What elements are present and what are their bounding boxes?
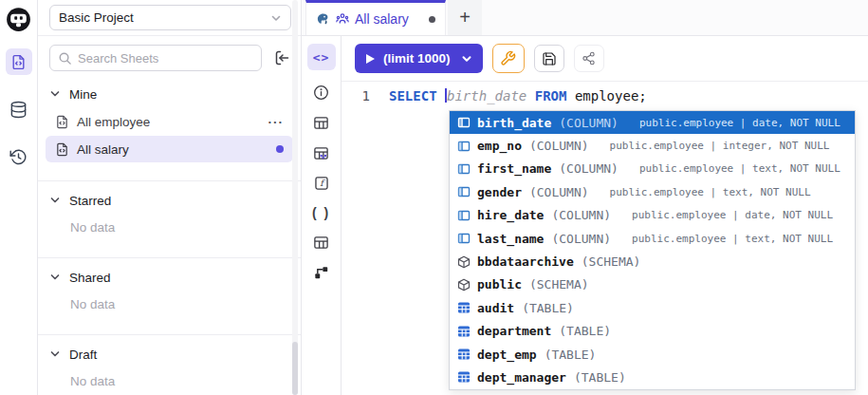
section-mine: Mine All employee ··· — [38, 81, 301, 173]
autocomplete-item[interactable]: bbdataarchive(SCHEMA) — [450, 250, 855, 273]
empty-placeholder: No data — [38, 367, 301, 394]
sheets-tree: Mine All employee ··· — [38, 81, 301, 394]
save-sheet-button[interactable] — [534, 45, 564, 72]
schema-icon — [457, 255, 471, 269]
search-sheets-input[interactable] — [78, 51, 253, 66]
column-icon — [457, 162, 471, 176]
section-starred-header[interactable]: Starred — [38, 187, 301, 214]
item-name: dept_manager — [477, 370, 566, 385]
table-grid-icon[interactable] — [313, 115, 329, 131]
autocomplete-item[interactable]: emp_no(COLUMN)public.employee | integer,… — [450, 134, 855, 157]
item-name: emp_no — [477, 139, 522, 153]
chevron-down-icon[interactable] — [461, 53, 472, 65]
function-icon[interactable]: f — [314, 176, 329, 191]
item-kind: (COLUMN) — [551, 208, 611, 222]
tab-all-salary[interactable]: All salary — [305, 0, 446, 35]
people-group-icon — [336, 12, 349, 26]
item-kind: (SCHEMA) — [582, 254, 641, 269]
ghost-suggestion: birth_date — [447, 88, 526, 103]
format-sql-button[interactable] — [492, 44, 525, 73]
item-name: audit — [477, 301, 514, 315]
left-rail — [0, 0, 38, 395]
autocomplete-item[interactable]: department(TABLE) — [450, 320, 855, 343]
panel-scrollbar[interactable] — [292, 0, 298, 395]
sql-text: employee; — [575, 88, 647, 103]
table-icon — [457, 348, 471, 361]
item-kind: (COLUMN) — [529, 139, 589, 153]
editor-column: (limit 1000) — [342, 36, 868, 395]
search-row — [38, 36, 301, 79]
table-data-icon[interactable] — [313, 145, 329, 161]
sheet-code-icon — [55, 115, 69, 129]
tab-bar: All salary + — [302, 0, 868, 36]
item-name: last_name — [477, 232, 544, 246]
autocomplete-item[interactable]: first_name(COLUMN)public.employee | text… — [450, 158, 855, 180]
item-kind: (COLUMN) — [559, 116, 619, 130]
autocomplete-item[interactable]: dept_emp(TABLE) — [450, 343, 855, 366]
chevron-down-icon — [49, 88, 61, 100]
autocomplete-item[interactable]: audit(TABLE) — [450, 296, 855, 319]
item-detail: public.employee | date, NOT NULL — [639, 117, 840, 129]
item-name: bbdataarchive — [477, 254, 574, 269]
info-icon[interactable] — [313, 85, 329, 101]
history-icon — [9, 148, 28, 166]
search-icon — [58, 51, 72, 66]
column-icon — [457, 209, 471, 222]
item-name: gender — [477, 185, 522, 199]
autocomplete-popup: birth_date(COLUMN)public.employee | date… — [449, 110, 856, 390]
parentheses-icon[interactable]: ( ) — [312, 205, 330, 220]
section-label: Draft — [69, 348, 97, 362]
autocomplete-item[interactable]: birth_date(COLUMN)public.employee | date… — [450, 111, 855, 134]
main-body: <> f ( ) — [302, 36, 868, 395]
project-select-value: Basic Project — [59, 10, 134, 25]
section-draft-header[interactable]: Draft — [38, 341, 301, 367]
chevron-down-icon — [49, 272, 61, 283]
sheet-item-menu[interactable]: ··· — [268, 115, 285, 129]
item-kind: (TABLE) — [559, 324, 611, 338]
autocomplete-item[interactable]: gender(COLUMN)public.employee | text, NO… — [450, 180, 855, 203]
share-sheet-button[interactable] — [574, 45, 604, 72]
column-icon — [457, 140, 471, 153]
section-label: Starred — [69, 194, 111, 208]
sheet-item-all-salary[interactable]: All salary — [46, 136, 293, 162]
section-shared-header[interactable]: Shared — [38, 264, 301, 291]
sql-code-editor[interactable]: 1SELECT birth_date FROM employee; birth_… — [342, 82, 868, 395]
section-starred: Starred No data — [38, 180, 301, 250]
import-sheet-icon — [273, 49, 290, 66]
code-view-button[interactable]: <> — [307, 44, 336, 70]
item-name: hire_date — [477, 208, 544, 222]
import-sheet-button[interactable] — [270, 47, 293, 69]
sheet-item-all-employee[interactable]: All employee ··· — [46, 108, 293, 135]
tab-label: All salary — [355, 11, 409, 27]
postgres-icon — [316, 12, 330, 27]
run-query-button[interactable]: (limit 1000) — [355, 44, 483, 73]
section-mine-header[interactable]: Mine — [38, 81, 301, 107]
databases-nav-button[interactable] — [6, 96, 32, 122]
autocomplete-item[interactable]: last_name(COLUMN)public.employee | text,… — [450, 227, 855, 250]
item-detail: public.employee | text, NOT NULL — [610, 186, 811, 198]
autocomplete-item[interactable]: public(SCHEMA) — [450, 273, 855, 296]
chevron-down-icon — [270, 12, 282, 24]
sheet-code-icon — [55, 142, 69, 157]
item-kind: (COLUMN) — [559, 161, 619, 176]
bytebase-logo[interactable] — [6, 7, 31, 32]
sql-keyword: FROM — [535, 88, 567, 103]
table-icon — [457, 325, 471, 338]
autocomplete-item[interactable]: dept_manager(TABLE) — [450, 366, 855, 388]
autocomplete-item[interactable]: hire_date(COLUMN)public.employee | date,… — [450, 204, 855, 227]
schema-diagram-icon[interactable] — [314, 265, 329, 280]
new-tab-button[interactable]: + — [448, 0, 482, 35]
section-label: Mine — [69, 87, 97, 102]
project-select[interactable]: Basic Project — [49, 5, 291, 30]
item-kind: (COLUMN) — [529, 185, 589, 199]
search-box[interactable] — [49, 45, 262, 71]
history-nav-button[interactable] — [6, 143, 32, 170]
table-grid-icon[interactable] — [313, 235, 329, 251]
editor-icon-strip: <> f ( ) — [302, 36, 342, 395]
table-icon — [457, 370, 471, 384]
code-line-1: 1SELECT birth_date FROM employee; — [342, 82, 868, 104]
column-icon — [457, 232, 471, 245]
sql-keyword: SELECT — [389, 88, 437, 103]
item-detail: public.employee | text, NOT NULL — [639, 162, 840, 175]
sheets-nav-button[interactable] — [6, 48, 32, 75]
